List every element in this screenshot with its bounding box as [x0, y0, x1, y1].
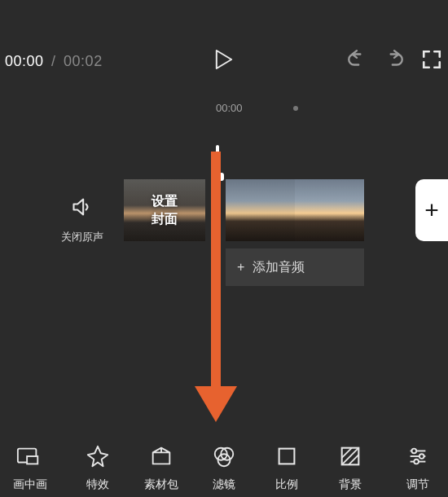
svg-point-15: [412, 449, 417, 454]
ratio-icon: [275, 444, 299, 471]
tool-label: 背景: [339, 477, 362, 492]
tool-label: 画中画: [13, 477, 47, 492]
bottom-toolbar: 画中画 特效 素材包 滤镜 比例 背景: [0, 436, 448, 497]
fullscreen-button[interactable]: [420, 50, 443, 73]
tool-sticker-pack[interactable]: 素材包: [130, 436, 192, 492]
redo-icon: [384, 49, 405, 73]
play-icon: [215, 49, 233, 73]
sliders-icon: [406, 444, 420, 471]
tool-ratio[interactable]: 比例: [256, 436, 318, 492]
total-time: 00:02: [64, 53, 103, 69]
timeline-marker-dot: [293, 106, 298, 111]
svg-marker-1: [195, 386, 237, 422]
playhead-line[interactable]: [216, 145, 219, 308]
redo-button[interactable]: [383, 50, 406, 73]
mute-original-sound-button[interactable]: 关闭原声: [61, 196, 103, 244]
add-audio-label: 添加音频: [253, 259, 305, 276]
time-separator: /: [51, 53, 56, 69]
tool-effects[interactable]: 特效: [66, 436, 129, 492]
tool-pip[interactable]: 画中画: [3, 436, 66, 492]
svg-point-17: [415, 460, 419, 464]
undo-icon: [346, 49, 367, 73]
package-icon: [149, 444, 173, 471]
set-cover-thumbnail[interactable]: 设置 封面: [124, 179, 205, 241]
fullscreen-icon: [421, 49, 442, 73]
svg-point-16: [419, 454, 424, 459]
tool-label: 调节: [406, 477, 429, 492]
tool-label: 滤镜: [213, 477, 235, 492]
svg-rect-3: [27, 456, 37, 464]
tool-label: 特效: [86, 477, 109, 492]
background-icon: [338, 444, 362, 471]
current-time: 00:00: [5, 53, 44, 69]
plus-icon: +: [424, 196, 439, 224]
speaker-icon: [71, 196, 94, 222]
clip-frame: [295, 179, 364, 241]
filter-icon: [212, 444, 236, 471]
tool-adjust[interactable]: 调节: [382, 436, 445, 492]
clip-frame: [226, 179, 295, 241]
playback-time: 00:00 / 00:02: [5, 53, 103, 70]
add-audio-button[interactable]: + 添加音频: [226, 248, 364, 286]
set-cover-label: 设置 封面: [152, 192, 178, 227]
pip-icon: [29, 444, 41, 471]
tool-label: 素材包: [144, 477, 178, 492]
tool-filter[interactable]: 滤镜: [192, 436, 255, 492]
add-clip-button[interactable]: +: [415, 179, 448, 241]
tool-label: 比例: [275, 477, 298, 492]
plus-icon: +: [237, 260, 244, 275]
video-clip[interactable]: [226, 179, 364, 241]
svg-rect-7: [279, 449, 295, 464]
undo-button[interactable]: [345, 50, 368, 73]
tool-background[interactable]: 背景: [318, 436, 381, 492]
sparkle-icon: [86, 444, 110, 471]
timeline-playhead-time: 00:00: [216, 102, 243, 114]
play-button[interactable]: [208, 45, 240, 77]
mute-label: 关闭原声: [61, 230, 103, 244]
